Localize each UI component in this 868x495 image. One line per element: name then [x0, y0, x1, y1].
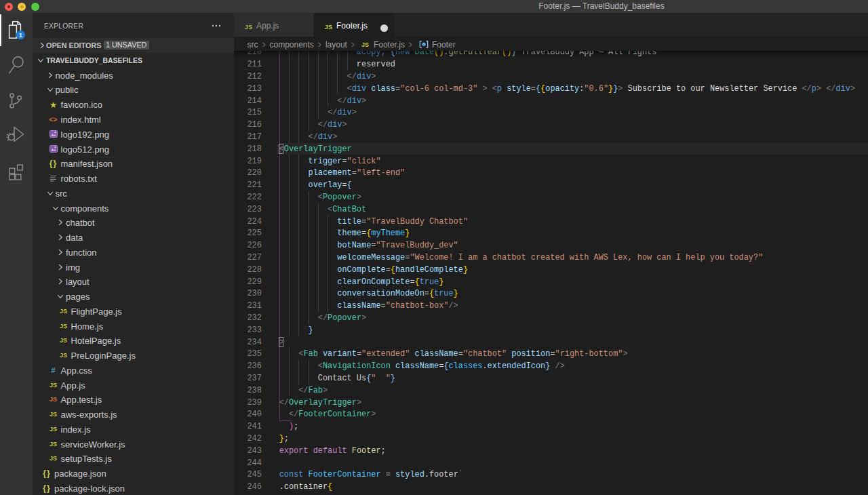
svg-text:1: 1: [19, 32, 22, 39]
